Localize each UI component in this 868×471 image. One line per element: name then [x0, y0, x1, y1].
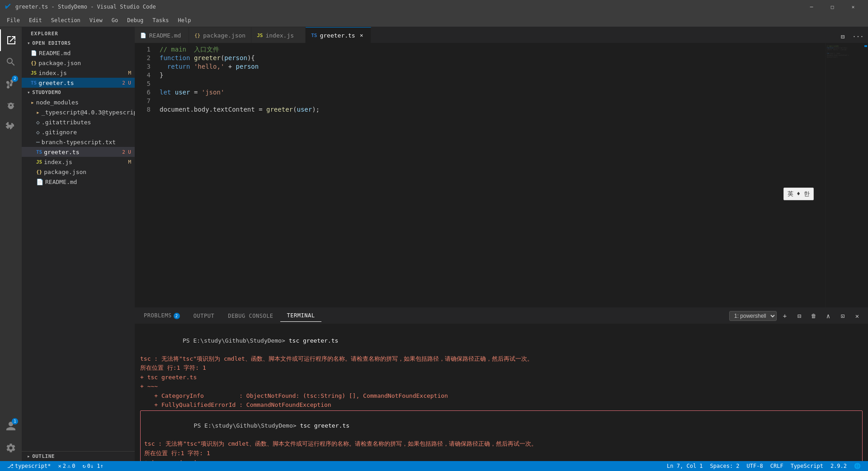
minimize-button[interactable]: ─: [801, 0, 822, 14]
folder-icon: ▸: [31, 99, 34, 106]
terminal-highlighted-error-1: tsc : 无法将"tsc"项识别为 cmdlet、函数、脚本文件或可运行程序的…: [144, 439, 859, 448]
split-editor-button[interactable]: ⊟: [836, 30, 849, 43]
code-line-1: // main 入口文件: [160, 45, 826, 54]
statusbar: ⎇ typescript* ✕ 2 ⚠ 0 ↻ 0↓ 1↑ Ln 7, Col …: [0, 461, 868, 471]
json-tab-icon: {}: [194, 33, 200, 38]
tab-greetertts[interactable]: TS greeter.ts ✕: [306, 27, 371, 43]
split-terminal-button[interactable]: ⊟: [793, 310, 806, 322]
menu-edit[interactable]: Edit: [24, 15, 47, 25]
readme-icon: 📄: [36, 179, 43, 185]
activitybar: 2 1: [0, 27, 22, 461]
open-editors-section[interactable]: ▾ Open Editors: [22, 38, 135, 48]
more-actions-button[interactable]: ···: [852, 30, 864, 43]
kill-terminal-button[interactable]: 🗑: [807, 310, 820, 322]
menu-help[interactable]: Help: [173, 15, 195, 25]
titlebar-title: greeter.ts - StudyDemo - Visual Studio C…: [15, 4, 801, 10]
outline-section[interactable]: ▸ Outline: [22, 451, 135, 461]
branch-txt-item[interactable]: ─ branch-typescript.txt: [22, 137, 135, 147]
open-editor-greetertts[interactable]: TS greeter.ts 2 U: [22, 78, 135, 88]
typescript-item[interactable]: ▸ _typescript@4.0.3@typescript: [22, 107, 135, 117]
menu-selection[interactable]: Selection: [47, 15, 85, 25]
main: 2 1 Ex: [0, 27, 868, 461]
accounts-badge: 1: [12, 418, 18, 424]
studydemo-section[interactable]: ▾ StudyDemo: [22, 88, 135, 97]
terminal-content[interactable]: PS E:\study\Github\StudyDemo> tsc greete…: [135, 324, 868, 461]
terminal-tab[interactable]: TERMINAL: [280, 310, 322, 322]
gitattributes-icon: ◇: [36, 119, 40, 126]
panel: PROBLEMS2 OUTPUT DEBUG CONSOLE TERMINAL …: [135, 307, 868, 461]
terminal-error-line-2: 所在位置 行:1 字符: 1: [140, 363, 863, 372]
panel-maximize-button[interactable]: ∧: [822, 310, 835, 322]
code-editor: 1 2 3 4 5 6 7 8 // main 入口文件 function gr…: [135, 43, 868, 307]
panel-close-button[interactable]: ✕: [851, 310, 863, 322]
menu-debug[interactable]: Debug: [123, 15, 148, 25]
menu-file[interactable]: File: [2, 15, 24, 25]
terminal-highlighted-cmd: PS E:\study\Github\StudyDemo> tsc greete…: [144, 413, 859, 439]
ts-tab-icon: TS: [311, 33, 317, 38]
new-terminal-button[interactable]: +: [778, 310, 791, 322]
minimap: // main 入口文件 function greeter(person){ r…: [826, 43, 862, 307]
code-line-6: let user = 'json': [160, 88, 826, 97]
ts-version[interactable]: 2.9.2: [827, 461, 850, 471]
language-mode[interactable]: TypeScript: [787, 461, 827, 471]
editor-area: 📄 README.md {} package.json JS index.js …: [135, 27, 868, 461]
accounts-activity-icon[interactable]: 1: [0, 415, 22, 437]
gitignore-item[interactable]: ◇ .gitignore: [22, 127, 135, 137]
menu-view[interactable]: View: [85, 15, 107, 25]
line-ending[interactable]: CRLF: [767, 461, 787, 471]
tab-indexjs[interactable]: JS index.js: [251, 27, 306, 43]
close-button[interactable]: ✕: [843, 0, 863, 14]
error-icon: ✕: [58, 463, 61, 469]
node-modules-item[interactable]: ▸ node_modules: [22, 97, 135, 107]
indentation[interactable]: Spaces: 2: [707, 461, 743, 471]
terminal-error-line-4: + ~~~: [140, 382, 863, 391]
maximize-button[interactable]: □: [822, 0, 843, 14]
settings-activity-icon[interactable]: [0, 437, 22, 459]
json-file-icon: {}: [31, 60, 37, 66]
cursor-position[interactable]: Ln 7, Col 1: [663, 461, 706, 471]
code-line-7: [160, 97, 826, 105]
gitattributes-item[interactable]: ◇ .gitattributes: [22, 117, 135, 127]
menu-go[interactable]: Go: [107, 15, 123, 25]
debug-activity-icon[interactable]: [0, 94, 22, 116]
extensions-activity-icon[interactable]: [0, 116, 22, 138]
sync-status[interactable]: ↻ 0↓ 1↑: [79, 461, 107, 471]
greetertts-badge: 2 U: [122, 80, 131, 86]
ime-popup: 英 ♦ 한: [783, 188, 814, 200]
feedback-button[interactable]: 🌐: [850, 461, 864, 471]
open-editor-indexjs[interactable]: JS index.js M: [22, 68, 135, 78]
panel-layout-button[interactable]: ⊡: [836, 310, 849, 322]
terminal-error-line: tsc : 无法将"tsc"项识别为 cmdlet、函数、脚本文件或可运行程序的…: [140, 354, 863, 363]
indexjs-item[interactable]: JS index.js M: [22, 157, 135, 167]
errors-status[interactable]: ✕ 2 ⚠ 0: [54, 461, 79, 471]
js-file-icon: JS: [31, 70, 37, 76]
code-line-8: document.body.textContent = greeter(user…: [160, 105, 826, 114]
tab-readme[interactable]: 📄 README.md: [135, 27, 189, 43]
greetertts-item[interactable]: TS greeter.ts 2 U: [22, 147, 135, 157]
packagejson-item[interactable]: {} package.json: [22, 167, 135, 177]
tab-close-button[interactable]: ✕: [358, 32, 365, 39]
debug-console-tab[interactable]: DEBUG CONSOLE: [221, 310, 280, 322]
problems-tab[interactable]: PROBLEMS2: [137, 310, 187, 322]
code-line-2: function greeter(person){: [160, 54, 826, 62]
branch-status[interactable]: ⎇ typescript*: [4, 461, 54, 471]
menu-tasks[interactable]: Tasks: [148, 15, 173, 25]
code-area[interactable]: // main 入口文件 function greeter(person){ r…: [155, 43, 826, 307]
chevron-down-icon: ▾: [27, 40, 30, 46]
readme-item[interactable]: 📄 README.md: [22, 177, 135, 187]
terminal-selector[interactable]: 1: powershell: [729, 311, 777, 321]
search-activity-icon[interactable]: [0, 51, 22, 73]
feedback-icon: 🌐: [854, 463, 861, 469]
tab-packagejson[interactable]: {} package.json: [189, 27, 251, 43]
output-tab[interactable]: OUTPUT: [187, 310, 221, 322]
readme-file-icon: 📄: [31, 50, 37, 56]
right-gutter: [862, 43, 868, 307]
encoding[interactable]: UTF-8: [743, 461, 767, 471]
panel-tabs: PROBLEMS2 OUTPUT DEBUG CONSOLE TERMINAL …: [135, 308, 868, 324]
explorer-activity-icon[interactable]: [0, 29, 22, 51]
source-control-activity-icon[interactable]: 2: [0, 73, 22, 94]
warning-icon: ⚠: [67, 463, 71, 469]
open-editor-packagejson[interactable]: {} package.json: [22, 58, 135, 68]
panel-toolbar: 1: powershell + ⊟ 🗑 ∧ ⊡ ✕: [729, 310, 866, 322]
open-editor-readme[interactable]: 📄 README.md: [22, 48, 135, 58]
